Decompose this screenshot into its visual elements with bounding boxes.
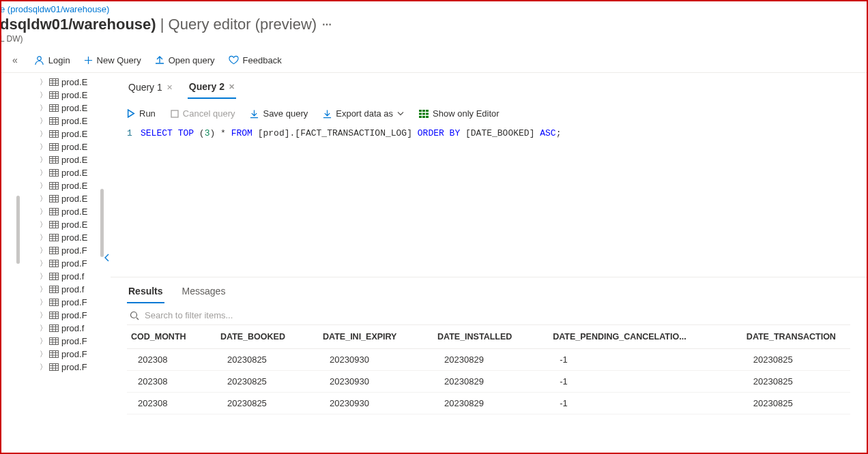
sidebar-item-label: prod.E	[61, 129, 87, 139]
column-header[interactable]: DATE_TRANSACTION	[742, 325, 850, 349]
export-data-button[interactable]: Export data as	[323, 108, 404, 119]
query-tab[interactable]: Query 1✕	[127, 78, 174, 99]
sidebar-item[interactable]: 〉prod.F	[40, 335, 104, 348]
sidebar-item-label: prod.f	[61, 323, 84, 333]
cell: -1	[549, 393, 742, 414]
cell: 202308	[127, 349, 216, 371]
feedback-button[interactable]: Feedback	[229, 55, 282, 65]
sidebar-item[interactable]: 〉prod.E	[40, 89, 104, 102]
sidebar-item[interactable]: 〉prod.F	[40, 309, 104, 322]
collapse-sidebar-button[interactable]: «	[10, 55, 20, 65]
column-header[interactable]: DATE_INSTALLED	[433, 325, 549, 349]
sidebar-item[interactable]: 〉prod.E	[40, 76, 104, 89]
login-button[interactable]: Login	[34, 55, 70, 65]
scrollbar[interactable]	[100, 189, 104, 257]
svg-rect-3	[50, 105, 59, 112]
breadcrumb-link[interactable]: e (prodsqldw01/warehouse)	[0, 1, 867, 16]
svg-rect-13	[50, 234, 59, 241]
upload-icon	[155, 55, 164, 65]
sql-code[interactable]: SELECT TOP (3) * FROM [prod].[FACT_TRANS…	[141, 128, 561, 275]
svg-rect-17	[50, 286, 59, 293]
splitter-handle[interactable]	[104, 73, 111, 442]
sidebar-item-label: prod.E	[61, 155, 87, 165]
sidebar-item[interactable]: 〉prod.E	[40, 127, 104, 140]
sidebar-item-label: prod.F	[61, 297, 87, 307]
svg-rect-27	[426, 110, 429, 112]
open-query-button[interactable]: Open query	[155, 55, 215, 65]
column-header[interactable]: DATE_BOOKED	[216, 325, 319, 349]
sidebar-item[interactable]: 〉prod.E	[40, 140, 104, 153]
sidebar-item[interactable]: 〉prod.F	[40, 244, 104, 257]
sidebar-item-label: prod.E	[61, 207, 87, 217]
tab-results[interactable]: Results	[127, 283, 164, 303]
sidebar-item-label: prod.E	[61, 181, 87, 191]
chevron-right-icon: 〉	[40, 194, 46, 204]
sidebar-item-label: prod.E	[61, 116, 87, 126]
sidebar-item[interactable]: 〉prod.F	[40, 296, 104, 309]
svg-rect-11	[50, 209, 59, 215]
sidebar-item[interactable]: 〉prod.E	[40, 205, 104, 218]
scrollbar[interactable]	[16, 196, 20, 264]
sidebar-item[interactable]: 〉prod.E	[40, 166, 104, 179]
chevron-right-icon: 〉	[40, 310, 46, 320]
sql-editor[interactable]: 1 SELECT TOP (3) * FROM [prod].[FACT_TRA…	[111, 127, 867, 277]
cell: 20230825	[742, 349, 850, 371]
sidebar-item[interactable]: 〉prod.E	[40, 179, 104, 192]
tab-messages[interactable]: Messages	[181, 283, 227, 303]
query-tab[interactable]: Query 2✕	[188, 78, 236, 99]
play-icon	[127, 109, 135, 118]
column-header[interactable]: COD_MONTH	[127, 325, 216, 349]
save-query-button[interactable]: Save query	[250, 108, 308, 119]
table-row[interactable]: 202308202308252023093020230829-120230825	[127, 393, 850, 414]
stop-icon	[171, 110, 179, 118]
sidebar-item[interactable]: 〉prod.f	[40, 270, 104, 283]
line-number: 1	[127, 128, 141, 275]
results-grid[interactable]: COD_MONTHDATE_BOOKEDDATE_INI_EXPIRYDATE_…	[127, 325, 850, 414]
tab-label: Query 1	[128, 82, 162, 93]
run-button[interactable]: Run	[127, 108, 156, 119]
sidebar-item[interactable]: 〉prod.F	[40, 348, 104, 361]
close-icon[interactable]: ✕	[229, 82, 235, 91]
more-icon[interactable]: ⋯	[322, 19, 332, 30]
cell: 202308	[127, 371, 216, 393]
svg-rect-31	[419, 116, 422, 118]
sidebar-item[interactable]: 〉prod.E	[40, 115, 104, 127]
plus-icon	[84, 56, 93, 65]
svg-rect-6	[50, 144, 59, 151]
sidebar-item-label: prod.E	[61, 90, 87, 100]
chevron-right-icon: 〉	[40, 245, 46, 256]
sidebar-item[interactable]: 〉prod.F	[40, 257, 104, 270]
login-label: Login	[48, 55, 70, 65]
table-row[interactable]: 202308202308252023093020230829-120230825	[127, 371, 850, 393]
sidebar-item[interactable]: 〉prod.f	[40, 322, 104, 335]
svg-rect-19	[50, 312, 59, 319]
sidebar-item[interactable]: 〉prod.E	[40, 102, 104, 115]
table-row[interactable]: 202308202308252023093020230829-120230825	[127, 349, 850, 371]
sidebar-item[interactable]: 〉prod.F	[40, 361, 104, 374]
svg-rect-5	[50, 131, 59, 138]
sidebar-item[interactable]: 〉prod.E	[40, 153, 104, 166]
sidebar-item[interactable]: 〉prod.f	[40, 283, 104, 296]
sidebar-item[interactable]: 〉prod.E	[40, 218, 104, 231]
object-explorer-sidebar[interactable]: 〉prod.E〉prod.E〉prod.E〉prod.E〉prod.E〉prod…	[1, 73, 104, 442]
sidebar-item[interactable]: 〉prod.E	[40, 192, 104, 205]
svg-rect-15	[50, 260, 59, 267]
close-icon[interactable]: ✕	[167, 83, 173, 92]
person-icon	[34, 55, 44, 65]
column-header[interactable]: DATE_INI_EXPIRY	[319, 325, 433, 349]
table-icon	[49, 78, 59, 86]
column-header[interactable]: DATE_PENDING_CANCELATIO...	[549, 325, 742, 349]
chevron-right-icon: 〉	[40, 284, 46, 294]
new-query-button[interactable]: New Query	[84, 55, 141, 65]
query-tabs: Query 1✕Query 2✕	[111, 73, 867, 99]
sidebar-item[interactable]: 〉prod.E	[40, 231, 104, 244]
chevron-right-icon: 〉	[40, 129, 46, 139]
download-icon	[250, 109, 259, 119]
table-icon	[49, 260, 59, 267]
show-only-editor-button[interactable]: Show only Editor	[419, 108, 500, 119]
sidebar-item-label: prod.F	[61, 362, 87, 372]
results-search-input[interactable]	[145, 310, 349, 320]
chevron-right-icon: 〉	[40, 90, 46, 100]
feedback-label: Feedback	[243, 55, 282, 65]
svg-rect-22	[50, 351, 59, 358]
